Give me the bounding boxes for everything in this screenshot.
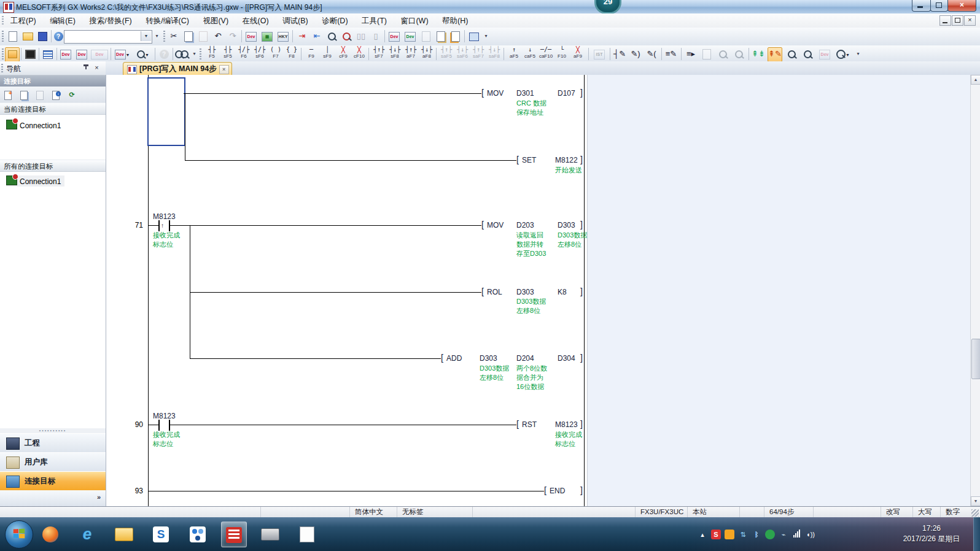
- transfer-setup-button[interactable]: [449, 29, 462, 43]
- edit-contact-button[interactable]: ┤✎: [613, 47, 626, 61]
- toolbar-overflow-icon[interactable]: ▾: [191, 49, 198, 59]
- closed-branch-button[interactable]: ┤/├sF6: [252, 46, 268, 61]
- open-branch-button[interactable]: ┤├sF5: [220, 46, 236, 61]
- instruction-operand[interactable]: D303: [516, 288, 534, 296]
- toolbar-overflow-icon[interactable]: ▾: [483, 31, 489, 41]
- tab-prg-main[interactable]: [PRG]写入 MAIN 94步 ×: [123, 62, 232, 75]
- menu-help[interactable]: 帮助(H): [437, 13, 473, 29]
- copy-button[interactable]: [182, 29, 195, 43]
- taskbar-clock[interactable]: 17:26 2017/2/26 星期日: [892, 523, 971, 544]
- contact-bar[interactable]: [169, 220, 170, 231]
- pulse-negate-4-button[interactable]: ┤↓├saF8: [486, 46, 502, 61]
- toolbar-combobox[interactable]: ▼: [64, 30, 152, 44]
- plc-read-button[interactable]: ⇤: [310, 29, 324, 43]
- tray-network-signal-icon[interactable]: [792, 530, 802, 539]
- find-button[interactable]: [175, 47, 189, 61]
- taskbar-ie-icon[interactable]: e: [75, 522, 99, 546]
- monitor-resume-icon[interactable]: ▯: [369, 29, 383, 43]
- cut-button[interactable]: ✂: [167, 29, 181, 43]
- zoom-button[interactable]: ▼: [834, 47, 852, 61]
- toolbar-overflow-icon[interactable]: ▾: [855, 49, 861, 59]
- device-comment-list-button[interactable]: Dev: [75, 47, 88, 61]
- tray-volume-icon[interactable]: ◖)): [806, 530, 815, 539]
- sidebar-button-project[interactable]: 工程: [0, 433, 106, 453]
- vertical-scrollbar[interactable]: ▲ ▼: [970, 75, 980, 506]
- read-mode-doc-button[interactable]: [700, 47, 714, 61]
- show-desktop-button[interactable]: [973, 517, 980, 551]
- refresh-icon[interactable]: ⟳: [66, 89, 77, 100]
- redo-button[interactable]: ↷: [226, 29, 239, 43]
- monitor-write-mode-button[interactable]: ✎: [801, 47, 814, 61]
- menu-diagnostics[interactable]: 诊断(D): [316, 13, 353, 29]
- taskbar-browser-icon[interactable]: [38, 522, 63, 546]
- pane-close-icon[interactable]: ×: [93, 64, 101, 72]
- contact-device[interactable]: M8123: [153, 412, 176, 420]
- falling-pulse-branch-button[interactable]: ┤↓├aF8: [419, 46, 435, 61]
- connection-info-icon[interactable]: i: [50, 89, 61, 100]
- contact-bar[interactable]: [169, 420, 170, 431]
- parameter-button[interactable]: ▦: [260, 29, 274, 43]
- ladder-canvas[interactable]: [ MOV D301 D107 ] CRC 数据 保存地址 [ SET M812…: [106, 75, 971, 506]
- tray-hidden-icons-chevron[interactable]: ▴: [698, 530, 707, 539]
- device-monitor-button[interactable]: Dev: [818, 47, 831, 61]
- connection-item-current[interactable]: Connection1: [6, 120, 61, 131]
- write-mode-button[interactable]: ⇞✎: [768, 47, 782, 62]
- device-search-dropdown[interactable]: ▼: [134, 47, 152, 61]
- combo-dropdown-icon[interactable]: ▼: [141, 31, 151, 41]
- contact-device[interactable]: M8123: [153, 212, 176, 221]
- invert-result-button[interactable]: ↑aF5: [506, 46, 522, 61]
- delete-horizontal-line-button[interactable]: ╳cF9: [335, 46, 351, 61]
- taskbar-dots-app-icon[interactable]: [185, 522, 210, 546]
- tray-bluetooth-icon[interactable]: ᛒ: [752, 530, 761, 539]
- menu-compile[interactable]: 转换/编译(C): [140, 13, 195, 29]
- menu-view[interactable]: 视图(V): [197, 13, 234, 29]
- device-memory-2-button[interactable]: Dev: [403, 29, 417, 43]
- tray-sogou-icon[interactable]: S: [711, 530, 721, 539]
- instruction-opcode[interactable]: RST: [522, 420, 537, 429]
- start-button[interactable]: [5, 520, 33, 549]
- monitor-window-button[interactable]: [467, 29, 481, 43]
- save-project-button[interactable]: [36, 29, 49, 43]
- menu-find-replace[interactable]: 搜索/替换(F): [84, 13, 137, 29]
- inline-st-button[interactable]: ≡✎: [664, 47, 678, 61]
- rising-pulse-branch-button[interactable]: ┤↑├aF7: [403, 46, 419, 61]
- rising-pulse-button[interactable]: ┤↑├sF7: [371, 46, 387, 61]
- navigation-window-button[interactable]: [5, 47, 20, 62]
- horizontal-line-button[interactable]: ─F9: [303, 46, 319, 61]
- ist-instruction-button[interactable]: IST: [591, 47, 607, 61]
- monitor-start-button[interactable]: [325, 29, 338, 43]
- help-button[interactable]: ?: [53, 29, 64, 43]
- instruction-operand[interactable]: D107: [558, 89, 575, 98]
- paste-button[interactable]: [196, 29, 210, 43]
- plc-write-button[interactable]: ⇥: [295, 29, 309, 43]
- coil-button[interactable]: ( )F7: [268, 46, 284, 61]
- mdi-minimize-button[interactable]: [939, 15, 951, 26]
- device-memory-1-button[interactable]: Dev: [387, 29, 401, 43]
- contact-bar[interactable]: [158, 220, 160, 231]
- contact-bar[interactable]: [158, 420, 160, 431]
- sidebar-button-connection-target[interactable]: 连接目标: [0, 471, 106, 491]
- device-comment-button[interactable]: Dev: [244, 29, 258, 43]
- instruction-operand[interactable]: D203: [516, 221, 534, 229]
- closed-contact-button[interactable]: ┤/├F6: [236, 46, 252, 61]
- falling-pulse-button[interactable]: ┤↓├sF8: [387, 46, 403, 61]
- delete-line-button[interactable]: ╳aF9: [570, 46, 586, 61]
- copy-connection-icon[interactable]: [18, 89, 29, 100]
- verify-button[interactable]: [419, 29, 433, 43]
- instruction-operand[interactable]: M8123: [555, 420, 578, 429]
- output-window-button[interactable]: [41, 47, 55, 61]
- tab-close-icon[interactable]: ×: [219, 65, 229, 74]
- instruction-operand[interactable]: D304: [558, 354, 575, 363]
- menu-debug[interactable]: 调试(B): [277, 13, 314, 29]
- toolbar-overflow-icon[interactable]: ▾: [154, 31, 160, 41]
- menu-window[interactable]: 窗口(W): [395, 13, 434, 29]
- tray-yellow-icon[interactable]: [725, 530, 734, 539]
- instruction-opcode[interactable]: MOV: [487, 89, 504, 98]
- no-conversion-button[interactable]: ─/─caF10: [538, 46, 554, 61]
- scrollbar-thumb[interactable]: [971, 339, 980, 379]
- help-context-button[interactable]: ?: [157, 47, 171, 61]
- monitor-stop-button[interactable]: [340, 29, 353, 43]
- intelligent-module-button[interactable]: HKY: [276, 29, 290, 43]
- application-instruction-button[interactable]: { }F8: [284, 46, 300, 61]
- device-ccl-button[interactable]: Dev CC-L: [91, 47, 104, 61]
